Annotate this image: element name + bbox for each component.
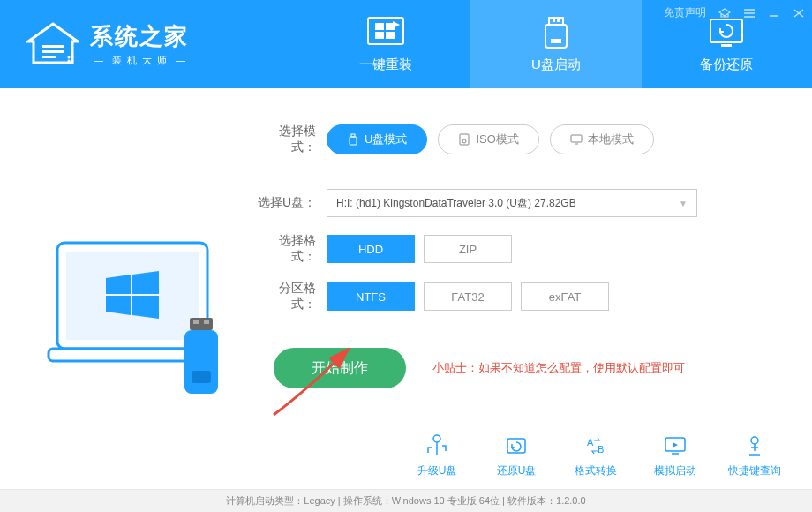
svg-rect-11 — [386, 32, 395, 39]
disc-icon — [458, 133, 470, 146]
usb-icon — [347, 133, 359, 146]
laptop-usb-illustration — [35, 124, 247, 486]
svg-rect-16 — [551, 39, 561, 43]
tool-format-convert[interactable]: AB 格式转换 — [565, 433, 627, 478]
format-hdd-button[interactable]: HDD — [327, 235, 415, 263]
partition-exfat-button[interactable]: exFAT — [521, 282, 609, 311]
tool-label: 模拟启动 — [654, 463, 696, 478]
hat-icon[interactable] — [718, 8, 731, 19]
svg-rect-37 — [571, 135, 582, 142]
format-zip-button[interactable]: ZIP — [424, 235, 512, 263]
svg-rect-14 — [557, 19, 560, 22]
svg-rect-7 — [368, 18, 403, 44]
close-icon[interactable] — [793, 8, 805, 19]
logo-subtitle: 装机大师 — [90, 54, 194, 67]
mode-option-label: U盘模式 — [365, 132, 407, 147]
app-logo: 系统之家 装机大师 — [0, 0, 300, 88]
usb-select-value: H:I: (hd1) KingstonDataTraveler 3.0 (U盘)… — [336, 196, 576, 211]
svg-rect-1 — [42, 50, 64, 53]
partition-label: 分区格式： — [256, 281, 327, 312]
format-convert-icon: AB — [582, 433, 610, 458]
svg-rect-2 — [42, 56, 56, 58]
tab-label: 备份还原 — [700, 56, 753, 73]
partition-fat32-button[interactable]: FAT32 — [424, 282, 512, 311]
svg-rect-15 — [545, 25, 567, 48]
svg-rect-31 — [184, 330, 218, 394]
svg-point-6 — [71, 60, 74, 63]
tab-label: 一键重装 — [359, 56, 412, 73]
svg-point-36 — [462, 139, 466, 143]
usb-select-dropdown[interactable]: H:I: (hd1) KingstonDataTraveler 3.0 (U盘)… — [327, 189, 697, 217]
hotkey-lookup-icon — [741, 433, 769, 458]
restore-usb-icon — [502, 433, 530, 458]
svg-rect-10 — [375, 32, 384, 39]
svg-rect-13 — [553, 19, 555, 22]
svg-point-5 — [68, 60, 71, 63]
svg-text:B: B — [598, 444, 604, 455]
start-button[interactable]: 开始制作 — [274, 348, 406, 388]
svg-text:A: A — [587, 437, 594, 448]
svg-rect-0 — [42, 45, 64, 48]
svg-rect-12 — [549, 18, 563, 25]
tab-reinstall[interactable]: 一键重装 — [300, 0, 470, 88]
backup-restore-icon — [707, 16, 746, 49]
format-label: 选择格式： — [256, 233, 327, 265]
window-controls: 免责声明 — [664, 5, 805, 20]
tool-upgrade-usb[interactable]: 升级U盘 — [406, 433, 468, 478]
mode-iso-button[interactable]: ISO模式 — [438, 124, 538, 154]
tab-usb-boot[interactable]: U盘启动 — [470, 0, 641, 88]
mode-option-label: ISO模式 — [476, 132, 518, 147]
tool-simulate-boot[interactable]: 模拟启动 — [644, 433, 706, 478]
monitor-icon — [570, 133, 583, 146]
svg-rect-17 — [710, 19, 742, 42]
tool-label: 格式转换 — [575, 463, 617, 478]
tool-hotkey-lookup[interactable]: 快捷键查询 — [724, 433, 786, 478]
minimize-icon[interactable] — [768, 8, 780, 19]
svg-rect-32 — [192, 371, 211, 383]
status-bar: 计算机启动类型：Legacy | 操作系统：Windows 10 专业版 64位… — [0, 489, 812, 512]
tip-text: 小贴士：如果不知道怎么配置，使用默认配置即可 — [432, 360, 685, 376]
menu-icon[interactable] — [743, 8, 756, 19]
chevron-down-icon: ▼ — [679, 199, 688, 208]
svg-rect-18 — [721, 44, 732, 47]
windows-reinstall-icon — [366, 16, 405, 49]
status-text: 计算机启动类型：Legacy | 操作系统：Windows 10 专业版 64位… — [226, 494, 585, 508]
tab-label: U盘启动 — [531, 56, 581, 73]
house-logo-icon — [26, 22, 79, 66]
partition-ntfs-button[interactable]: NTFS — [327, 282, 415, 311]
svg-rect-34 — [350, 137, 357, 145]
svg-point-3 — [68, 56, 71, 59]
upgrade-usb-icon — [423, 433, 451, 458]
mode-label: 选择模式： — [256, 124, 327, 155]
svg-rect-29 — [193, 320, 199, 324]
svg-point-39 — [433, 435, 440, 442]
mode-option-label: 本地模式 — [588, 132, 634, 147]
simulate-boot-icon — [661, 433, 689, 458]
svg-rect-30 — [204, 320, 209, 324]
svg-point-46 — [751, 437, 758, 444]
usb-select-label: 选择U盘： — [256, 195, 327, 211]
tool-label: 升级U盘 — [417, 463, 457, 478]
mode-local-button[interactable]: 本地模式 — [550, 124, 654, 154]
svg-point-4 — [71, 56, 74, 59]
svg-rect-8 — [375, 23, 384, 30]
svg-rect-28 — [190, 318, 213, 330]
tool-label: 快捷键查询 — [728, 463, 781, 478]
usb-drive-icon — [537, 16, 575, 49]
tool-restore-usb[interactable]: 还原U盘 — [485, 433, 547, 478]
mode-usb-button[interactable]: U盘模式 — [327, 124, 427, 154]
logo-title: 系统之家 — [90, 21, 194, 52]
disclaimer-link[interactable]: 免责声明 — [664, 5, 706, 20]
tool-label: 还原U盘 — [497, 463, 537, 478]
